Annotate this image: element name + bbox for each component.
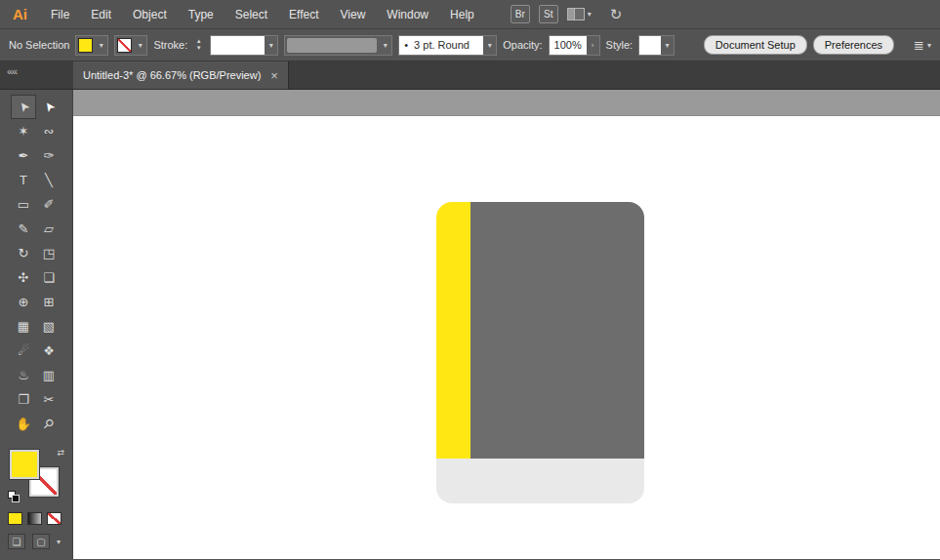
menu-type[interactable]: Type — [178, 8, 225, 21]
pasteboard[interactable] — [73, 90, 940, 116]
document-tab-title: Untitled-3* @ 66.67% (RGB/Preview) — [83, 69, 261, 81]
swap-fill-stroke-icon[interactable]: ⇄ — [57, 448, 64, 458]
menu-effect[interactable]: Effect — [278, 8, 329, 21]
shape-builder-tool[interactable]: ⊕ — [11, 290, 36, 314]
color-mode-buttons — [0, 502, 72, 525]
none-button[interactable] — [47, 512, 61, 525]
menu-select[interactable]: Select — [225, 8, 278, 21]
type-tool[interactable]: T — [11, 168, 36, 192]
column-graph-tool[interactable]: ▥ — [36, 363, 61, 387]
width-tool[interactable]: ✣ — [11, 265, 36, 290]
close-icon[interactable]: × — [270, 69, 278, 82]
default-fill-stroke-icon[interactable] — [8, 491, 20, 502]
stroke-width-field[interactable] — [211, 36, 265, 55]
pen-tool[interactable]: ✒ — [11, 143, 36, 168]
workspace-switcher[interactable]: ▾ — [567, 8, 592, 20]
chevron-down-icon: ▾ — [100, 41, 103, 50]
fill-indicator[interactable] — [10, 450, 39, 479]
sync-settings-icon[interactable]: ↻ — [610, 6, 623, 23]
workspace-icon — [567, 8, 585, 20]
stroke-width-combo[interactable]: ▾ — [210, 35, 278, 56]
book-spine-shape[interactable] — [436, 202, 470, 459]
symbol-sprayer-tool[interactable]: ♨ — [11, 363, 36, 387]
chevron-right-icon: › — [592, 41, 594, 50]
zoom-tool-icon: ⚲ — [40, 416, 57, 432]
bridge-button[interactable]: Br — [511, 5, 530, 23]
selection-tool[interactable]: ➤ — [11, 95, 36, 119]
mesh-tool[interactable]: ▦ — [11, 314, 36, 339]
menu-window[interactable]: Window — [376, 8, 439, 21]
slice-tool-icon: ✂ — [44, 392, 55, 407]
blend-tool[interactable]: ❖ — [36, 339, 61, 363]
menu-object[interactable]: Object — [122, 8, 178, 21]
brush-dot-icon: • — [404, 39, 408, 51]
slice-tool[interactable]: ✂ — [36, 387, 61, 412]
document-tab[interactable]: Untitled-3* @ 66.67% (RGB/Preview) × — [73, 61, 289, 89]
collapse-panel-button[interactable]: «« — [7, 65, 17, 77]
chevron-down-icon[interactable]: ▾ — [57, 538, 61, 546]
screen-mode-button[interactable]: ▢ — [32, 534, 50, 549]
lasso-tool[interactable]: ∾ — [36, 119, 61, 143]
stroke-color-dropdown[interactable]: ▾ — [114, 35, 147, 56]
style-dropdown[interactable]: ▾ — [638, 35, 674, 56]
stroke-width-stepper[interactable]: ▲ ▼ — [193, 38, 204, 52]
type-tool-icon: T — [20, 173, 27, 187]
opacity-combo[interactable]: › — [549, 35, 600, 56]
draw-normal-mode-button[interactable]: ❏ — [8, 534, 25, 549]
gradient-tool-icon: ▧ — [43, 319, 55, 334]
artboard-tool[interactable]: ❐ — [11, 387, 36, 412]
magic-wand-tool-icon: ✶ — [19, 124, 29, 139]
line-segment-tool[interactable]: ╲ — [36, 168, 61, 192]
direct-selection-tool[interactable]: ➤ — [36, 95, 61, 119]
chevron-down-icon: ▾ — [588, 10, 592, 19]
magic-wand-tool[interactable]: ✶ — [11, 119, 36, 143]
book-cover-shape[interactable] — [470, 202, 644, 459]
paintbrush-tool[interactable]: ✐ — [36, 192, 61, 217]
document-setup-button[interactable]: Document Setup — [704, 35, 807, 55]
eyedropper-tool[interactable]: ☄ — [11, 339, 36, 363]
fill-stroke-indicator: ⇄ — [8, 448, 64, 502]
stroke-none-swatch — [117, 38, 132, 53]
brush-definition-value: 3 pt. Round — [414, 39, 470, 51]
app-logo: Ai — [0, 6, 40, 22]
book-artwork[interactable] — [436, 202, 644, 503]
shape-builder-tool-icon: ⊕ — [19, 295, 29, 309]
pencil-tool[interactable]: ✎ — [11, 217, 36, 241]
tools-panel: ➤ ➤ ✶ ∾ ✒ ✑ T ╲ ▭ ✐ ✎ ▱ ↻ ◳ ✣ ❏ ⊕ ⊞ ▦ ▧ … — [0, 90, 73, 559]
rectangle-tool-icon: ▭ — [18, 197, 29, 212]
stock-button[interactable]: St — [539, 5, 558, 23]
selection-status-label: No Selection — [9, 39, 69, 51]
menu-file[interactable]: File — [40, 8, 80, 21]
rectangle-tool[interactable]: ▭ — [11, 192, 36, 217]
pencil-tool-icon: ✎ — [19, 221, 29, 236]
eraser-tool[interactable]: ▱ — [36, 217, 61, 241]
line-segment-tool-icon: ╲ — [45, 173, 53, 187]
brush-definition-dropdown[interactable]: • 3 pt. Round ▾ — [398, 35, 497, 56]
variable-width-profile-dropdown[interactable]: ▾ — [284, 35, 392, 56]
chevron-down-icon: ▾ — [927, 41, 931, 50]
rotate-tool[interactable]: ↻ — [11, 241, 36, 265]
menu-help[interactable]: Help — [439, 8, 485, 21]
scale-tool[interactable]: ◳ — [36, 241, 61, 265]
style-label: Style: — [606, 39, 633, 51]
gradient-button[interactable] — [27, 512, 42, 525]
menu-edit[interactable]: Edit — [80, 8, 122, 21]
opacity-input[interactable] — [550, 36, 587, 55]
fill-color-dropdown[interactable]: ▾ — [75, 35, 108, 56]
canvas[interactable] — [73, 90, 940, 559]
book-pages-shape[interactable] — [436, 459, 644, 503]
gradient-tool[interactable]: ▧ — [36, 314, 61, 339]
eyedropper-tool-icon: ☄ — [18, 343, 29, 358]
chevron-down-icon: ▾ — [269, 41, 273, 50]
hand-tool[interactable]: ✋ — [11, 412, 36, 436]
preferences-button[interactable]: Preferences — [813, 35, 894, 55]
curvature-tool-icon: ✑ — [44, 148, 55, 163]
color-button[interactable] — [8, 512, 22, 525]
chevron-down-icon: ▾ — [666, 41, 670, 50]
align-dropdown[interactable]: ≣ ▾ — [914, 38, 931, 53]
menu-view[interactable]: View — [330, 8, 377, 21]
free-transform-tool[interactable]: ❏ — [36, 265, 61, 290]
perspective-grid-tool[interactable]: ⊞ — [36, 290, 61, 314]
curvature-tool[interactable]: ✑ — [36, 143, 61, 168]
zoom-tool[interactable]: ⚲ — [36, 412, 61, 436]
